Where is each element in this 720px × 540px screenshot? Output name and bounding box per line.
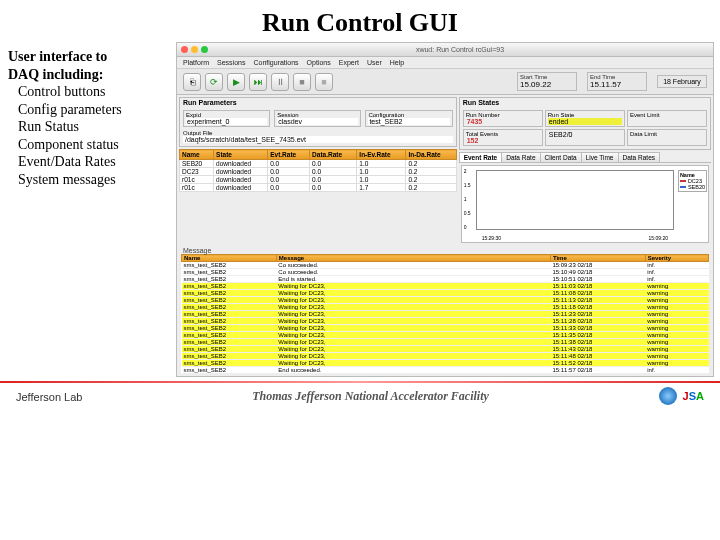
- msg-col-time: Time: [550, 255, 645, 262]
- zoom-icon[interactable]: [201, 46, 208, 53]
- messages-panel: Message Name Message Time Severity sms_t…: [181, 247, 709, 374]
- message-row[interactable]: sms_test_SEB2Waiting for DC23,15:11:28 0…: [182, 318, 709, 325]
- table-row[interactable]: DC23downloaded0.00.01.00.2: [180, 168, 457, 176]
- run-parameters-title: Run Parameters: [180, 98, 456, 107]
- total-events-value: 152: [466, 137, 540, 144]
- toolbar-pause-button[interactable]: ⏸: [271, 73, 289, 91]
- toolbar-stop-button[interactable]: ■: [293, 73, 311, 91]
- message-row[interactable]: sms_test_SEB2End is started.15:10:51 02/…: [182, 276, 709, 283]
- menu-user[interactable]: User: [367, 59, 382, 66]
- message-row[interactable]: sms_test_SEB2Waiting for DC23,15:11:08 0…: [182, 290, 709, 297]
- jlab-logo: Jefferson Lab: [16, 389, 82, 404]
- message-row[interactable]: sms_test_SEB2Waiting for DC23,15:11:52 0…: [182, 360, 709, 367]
- ytick: 2: [464, 168, 467, 174]
- chart-legend: Name DC23 SEB20: [678, 170, 707, 192]
- slide-footer: Jefferson Lab Thomas Jefferson National …: [0, 387, 720, 407]
- menu-configurations[interactable]: Configurations: [253, 59, 298, 66]
- message-row[interactable]: sms_test_SEB2Waiting for DC23,15:11:33 0…: [182, 325, 709, 332]
- close-icon[interactable]: [181, 46, 188, 53]
- start-time-value: 15.09.22: [520, 80, 574, 89]
- side-item: Component status: [8, 136, 172, 154]
- end-time-box: End Time 15.11.57: [587, 72, 647, 91]
- table-row[interactable]: r01cdownloaded0.00.01.00.2: [180, 176, 457, 184]
- msg-col-severity: Severity: [645, 255, 708, 262]
- run-state-value: ended: [548, 118, 622, 125]
- run-parameters-panel: Run Parameters Expidexperiment_0 Session…: [179, 97, 457, 147]
- legend-item: SEB20: [688, 184, 705, 190]
- message-row[interactable]: sms_test_SEB2Waiting for DC23,15:11:43 0…: [182, 346, 709, 353]
- side-header: DAQ including:: [8, 66, 172, 84]
- menu-platform[interactable]: Platform: [183, 59, 209, 66]
- tab-data-rates[interactable]: Data Rates: [618, 152, 661, 162]
- comp-header: State: [214, 150, 268, 160]
- run-states-panel: Run States Run Number7435 Run Stateended…: [459, 97, 711, 150]
- msg-col-name: Name: [182, 255, 277, 262]
- comp-header: Name: [180, 150, 214, 160]
- table-row[interactable]: r01cdownloaded0.00.01.70.2: [180, 184, 457, 192]
- menu-help[interactable]: Help: [390, 59, 404, 66]
- rate-tabs: Event Rate Data Rate Client Data Live Ti…: [459, 152, 711, 163]
- messages-title: Message: [181, 247, 709, 254]
- side-item: System messages: [8, 171, 172, 189]
- output-file-value: /daqfs/scratch/data/test_SEE_7435.evt: [183, 136, 453, 143]
- toolbar-reload-button[interactable]: ⟳: [205, 73, 223, 91]
- window-titlebar: xwud: Run Control rcGui=93: [177, 43, 713, 57]
- message-row[interactable]: sms_test_SEB2Co succeeded.15:09:23 02/18…: [182, 262, 709, 269]
- seal-icon: [659, 387, 677, 405]
- side-item: Control buttons: [8, 83, 172, 101]
- message-row[interactable]: sms_test_SEB2Waiting for DC23,15:11:13 0…: [182, 297, 709, 304]
- window-title: xwud: Run Control rcGui=93: [211, 46, 709, 53]
- slide-title: Run Control GUI: [0, 0, 720, 42]
- message-row[interactable]: sms_test_SEB2Waiting for DC23,15:11:03 0…: [182, 283, 709, 290]
- tab-live-time[interactable]: Live Time: [581, 152, 619, 162]
- message-row[interactable]: sms_test_SEB2Waiting for DC23,15:11:35 0…: [182, 332, 709, 339]
- ytick: 0: [464, 224, 467, 230]
- comp-header: Data.Rate: [310, 150, 357, 160]
- message-row[interactable]: sms_test_SEB2Waiting for DC23,15:11:38 0…: [182, 339, 709, 346]
- menu-expert[interactable]: Expert: [339, 59, 359, 66]
- rate-chart: 2 1.5 1 0.5 0 15:29:30 15:09:20 Name DC2…: [461, 165, 709, 243]
- jsa-logo: JSA: [683, 390, 704, 402]
- menu-bar: Platform Sessions Configurations Options…: [177, 57, 713, 69]
- message-row[interactable]: sms_test_SEB2Waiting for DC23,15:11:23 0…: [182, 311, 709, 318]
- xtick: 15:29:30: [482, 235, 501, 241]
- table-row[interactable]: SEB20downloaded0.00.01.00.2: [180, 160, 457, 168]
- tab-event-rate[interactable]: Event Rate: [459, 152, 503, 162]
- xtick: 15:09:20: [649, 235, 668, 241]
- tab-data-rate[interactable]: Data Rate: [501, 152, 540, 162]
- component-value: SEB2/0: [548, 131, 622, 138]
- message-row[interactable]: sms_test_SEB2End succeeded.15:11:57 02/1…: [182, 367, 709, 374]
- component-table: NameStateEvt.RateData.RateIn-Ev.RateIn-D…: [179, 149, 457, 192]
- footer-divider: [0, 381, 720, 383]
- side-item: Event/Data Rates: [8, 153, 172, 171]
- message-row[interactable]: sms_test_SEB2Co succeeded.15:10:49 02/18…: [182, 269, 709, 276]
- msg-col-message: Message: [276, 255, 550, 262]
- message-row[interactable]: sms_test_SEB2Waiting for DC23,15:11:18 0…: [182, 304, 709, 311]
- event-limit-label: Event Limit: [630, 112, 704, 118]
- footer-center: Thomas Jefferson National Accelerator Fa…: [252, 389, 489, 404]
- message-row[interactable]: sms_test_SEB2Waiting for DC23,15:11:48 0…: [182, 353, 709, 360]
- comp-header: In-Da.Rate: [406, 150, 456, 160]
- menu-sessions[interactable]: Sessions: [217, 59, 245, 66]
- minimize-icon[interactable]: [191, 46, 198, 53]
- toolbar-next-button[interactable]: ⏭: [249, 73, 267, 91]
- start-time-box: Start Time 15.09.22: [517, 72, 577, 91]
- toolbar-stop2-button[interactable]: ■: [315, 73, 333, 91]
- messages-table[interactable]: Name Message Time Severity sms_test_SEB2…: [181, 254, 709, 374]
- toolbar-play-button[interactable]: ▶: [227, 73, 245, 91]
- session-value: clasdev: [277, 118, 358, 125]
- expid-value: experiment_0: [186, 118, 267, 125]
- ytick: 0.5: [464, 210, 471, 216]
- side-item: Config parameters: [8, 101, 172, 119]
- date-box: 18 February: [657, 75, 707, 88]
- ytick: 1: [464, 196, 467, 202]
- ytick: 1.5: [464, 182, 471, 188]
- side-header: User interface to: [8, 48, 172, 66]
- run-number-value: 7435: [466, 118, 540, 125]
- tab-client-data[interactable]: Client Data: [540, 152, 582, 162]
- menu-options[interactable]: Options: [307, 59, 331, 66]
- toolbar-prev-button[interactable]: ⎗: [183, 73, 201, 91]
- toolbar: ⎗ ⟳ ▶ ⏭ ⏸ ■ ■ Start Time 15.09.22 End Ti…: [177, 69, 713, 95]
- run-control-window: xwud: Run Control rcGui=93 Platform Sess…: [176, 42, 714, 377]
- side-item: Run Status: [8, 118, 172, 136]
